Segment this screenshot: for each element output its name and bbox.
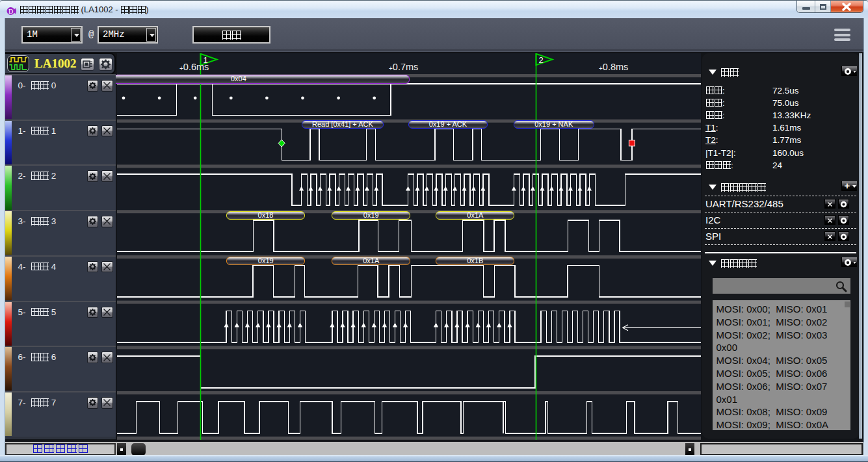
svg-text:2: 2 bbox=[539, 55, 544, 65]
svg-text:D: D bbox=[8, 8, 13, 15]
